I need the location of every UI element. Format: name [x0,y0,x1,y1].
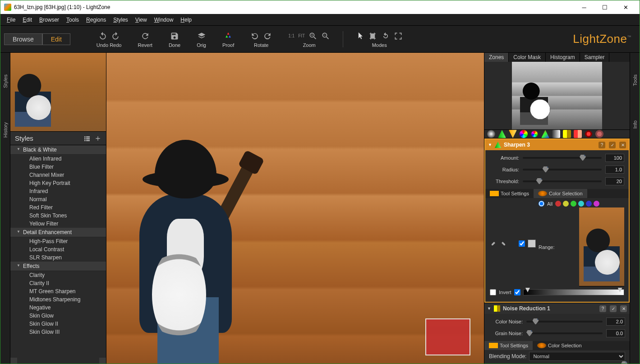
enable-checkbox[interactable]: ✓ [609,142,616,148]
style-item[interactable]: Clarity [10,271,106,279]
side-tab-info[interactable]: Info [631,117,639,132]
collapse-icon[interactable]: ▼ [488,143,492,147]
close-button[interactable]: ✕ [615,0,636,14]
zoom-in-icon[interactable] [308,32,318,41]
style-item[interactable]: Normal [10,195,106,203]
style-item[interactable]: Blue Filter [10,163,106,171]
tool-sharpen-icon[interactable] [509,130,517,138]
delete-icon[interactable]: ✕ [619,142,626,148]
browse-mode-button[interactable]: Browse [4,33,42,45]
style-group[interactable]: Detail Enhancement [10,228,106,237]
luminosity-gradient[interactable] [523,289,624,295]
eyedropper-add-icon[interactable] [490,240,497,247]
noise-header[interactable]: ▼ Noise Reduction 1 ? ✓ ✕ [484,303,630,314]
grain-noise-value[interactable]: 0.0 [606,329,625,337]
menu-view[interactable]: View [132,15,151,24]
red-dot[interactable] [555,201,561,207]
tool-colorbalance-icon[interactable] [541,130,549,138]
threshold-value[interactable]: 20 [605,177,624,185]
invert-label[interactable]: Invert [499,290,511,295]
cyan-dot[interactable] [578,201,584,207]
enable-checkbox[interactable]: ✓ [610,305,617,312]
tool-settings-tab[interactable]: Tool Settings [485,189,534,198]
collapse-icon[interactable]: ▼ [487,306,491,311]
rotate-right-icon[interactable] [263,32,272,41]
color-noise-slider[interactable] [526,321,603,323]
style-group[interactable]: Black & White [10,145,106,155]
tab-zones[interactable]: Zones [484,53,509,62]
tool-noise-icon[interactable] [574,130,582,138]
magenta-dot[interactable] [594,201,599,207]
pointer-mode-icon[interactable] [356,32,365,41]
style-item[interactable]: Red Filter [10,203,106,212]
style-item[interactable]: Skin Glow III [10,328,106,336]
style-item[interactable]: High Key Portrait [10,179,106,187]
zoom-1to1[interactable]: 1:1 [288,33,295,38]
styles-add-icon[interactable] [94,135,101,142]
minimize-button[interactable]: ─ [574,0,594,14]
blending-mode-select[interactable]: Normal [529,352,625,361]
styles-list-icon[interactable] [83,135,91,142]
canvas[interactable] [106,53,484,364]
menu-file[interactable]: File [3,15,19,24]
green-dot[interactable] [571,201,576,207]
side-tab-styles[interactable]: Styles [2,71,9,92]
thumbnail-preview[interactable] [10,53,106,132]
redo-icon[interactable] [111,32,120,41]
all-colors-checkbox[interactable] [519,240,525,247]
tool-redeye-icon[interactable] [595,130,603,138]
menu-browser[interactable]: Browser [36,15,63,24]
menu-help[interactable]: Help [177,15,195,24]
range-slider[interactable] [561,207,606,286]
style-item[interactable]: High-Pass Filter [10,237,106,245]
tab-color-mask[interactable]: Color Mask [509,53,546,62]
color-noise-value[interactable]: 2.0 [606,318,625,326]
style-item[interactable]: Clarity II [10,279,106,287]
style-item[interactable]: Soft Skin Tones [10,212,106,220]
grain-noise-slider[interactable] [526,332,603,334]
radius-slider[interactable] [523,169,602,170]
maximize-button[interactable]: ☐ [594,0,615,14]
threshold-slider[interactable] [523,180,602,182]
rotate-mode-icon[interactable] [381,32,390,41]
all-radio[interactable] [539,201,544,207]
menu-regions[interactable]: Regions [83,15,110,24]
zones-preview[interactable] [484,62,630,129]
tool-gaussian-icon[interactable] [520,130,528,138]
amount-slider[interactable] [523,157,602,159]
tool-zonemapper-icon[interactable] [487,130,495,138]
style-item[interactable]: Negative [10,304,106,312]
amount-value[interactable]: 100 [605,154,624,162]
style-item[interactable]: Yellow Filter [10,220,106,228]
proof-icon[interactable] [224,32,233,41]
styles-list[interactable]: Black & WhiteAlien InfraredBlue FilterCh… [10,145,106,358]
orig-icon[interactable] [197,32,206,41]
style-item[interactable]: Local Contrast [10,245,106,253]
blue-dot[interactable] [586,201,592,207]
menu-styles[interactable]: Styles [110,15,132,24]
navigator-rect[interactable] [425,318,470,355]
style-item[interactable]: Infrared [10,187,106,195]
tool-relight-icon[interactable] [498,130,506,138]
style-item[interactable]: Skin Glow [10,312,106,320]
style-item[interactable]: MT Green Sharpen [10,287,106,295]
rotate-left-icon[interactable] [250,32,259,41]
invert-checkbox[interactable] [490,289,496,295]
delete-icon[interactable]: ✕ [620,305,627,312]
style-item[interactable]: Midtones Sharpening [10,295,106,304]
menu-edit[interactable]: Edit [19,15,36,24]
style-item[interactable]: Channel Mixer [10,171,106,179]
style-item[interactable]: Alien Infrared [10,155,106,163]
tool-clone-icon[interactable] [585,130,593,138]
style-item[interactable]: SLR Sharpen [10,253,106,262]
side-tab-tools[interactable]: Tools [631,71,639,90]
yellow-dot[interactable] [563,201,569,207]
tool-settings-tab[interactable]: Tool Settings [484,341,533,350]
region-mode-icon[interactable] [394,32,403,41]
side-tab-history[interactable]: History [2,119,9,141]
tool-whitebalance-icon[interactable] [552,130,560,138]
zoom-out-icon[interactable] [321,32,330,41]
luminosity-checkbox[interactable] [514,289,520,295]
style-group[interactable]: Effects [10,262,106,271]
styles-hscroll[interactable] [10,358,106,364]
